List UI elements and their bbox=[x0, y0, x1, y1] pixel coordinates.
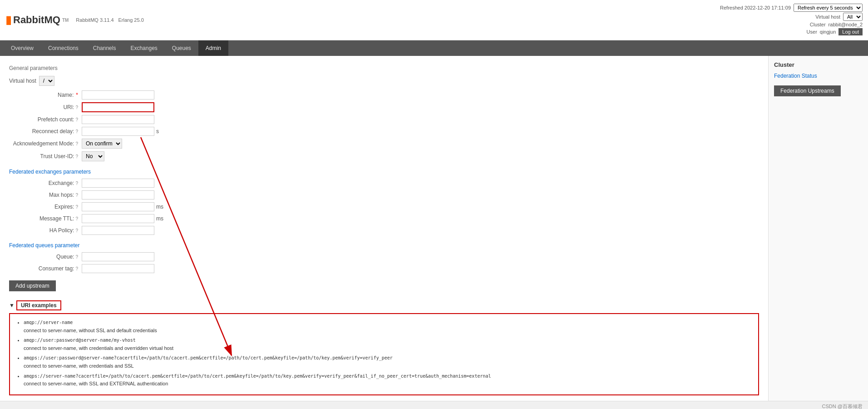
prefetch-help-icon[interactable]: ? bbox=[75, 117, 78, 122]
rabbitmq-version: RabbitMQ 3.11.4 bbox=[76, 17, 113, 23]
uri-examples-title: URI examples bbox=[16, 300, 61, 310]
expires-label: Expires: ? bbox=[9, 204, 82, 210]
consumertag-input[interactable] bbox=[82, 264, 154, 273]
vhost-row: Virtual host / bbox=[9, 76, 759, 86]
vhost-row: Virtual host All bbox=[720, 13, 863, 21]
logo-area: ▮ RabbitMQ TM RabbitMQ 3.11.4 Erlang 25.… bbox=[5, 14, 144, 26]
uri-example-2: amqp://user:password@server-name/my-vhos… bbox=[24, 336, 752, 352]
main-layout: General parameters Virtual host / Name: … bbox=[0, 56, 868, 401]
logo-icon: ▮ bbox=[5, 14, 11, 26]
consumertag-label: Consumer tag: ? bbox=[9, 265, 82, 272]
user-value: qingjun bbox=[820, 29, 836, 35]
expires-input[interactable] bbox=[82, 202, 154, 211]
uri-input[interactable] bbox=[82, 102, 154, 112]
top-right: Refreshed 2022-12-20 17:11:09 Refresh ev… bbox=[720, 4, 863, 36]
uri-example-2-code: amqp://user:password@server-name/my-vhos… bbox=[24, 338, 136, 343]
name-input[interactable] bbox=[82, 90, 154, 100]
queue-input[interactable] bbox=[82, 252, 154, 261]
ack-help-icon[interactable]: ? bbox=[75, 141, 78, 146]
uri-example-4-code: amqps://server-name?cacertfile=/path/to/… bbox=[24, 374, 491, 379]
nav-queues[interactable]: Queues bbox=[165, 40, 198, 56]
uri-help-icon[interactable]: ? bbox=[75, 105, 78, 110]
exchange-input[interactable] bbox=[82, 179, 154, 188]
cluster-row: Cluster rabbit@node_2 bbox=[720, 22, 863, 27]
refreshed-text: Refreshed 2022-12-20 17:11:09 bbox=[720, 5, 791, 10]
prefetch-label: Prefetch count: ? bbox=[9, 116, 82, 123]
version-info: RabbitMQ 3.11.4 Erlang 25.0 bbox=[76, 17, 143, 23]
vhost-select[interactable]: All bbox=[843, 13, 863, 21]
ack-select[interactable]: On confirm On publish No ack bbox=[82, 139, 122, 149]
maxhops-input[interactable] bbox=[82, 190, 154, 200]
trust-select[interactable]: No Yes bbox=[82, 151, 104, 161]
trust-help-icon[interactable]: ? bbox=[75, 154, 78, 159]
uri-example-1-code: amqp://server-name bbox=[24, 320, 73, 325]
refresh-select[interactable]: Refresh every 5 seconds bbox=[794, 4, 863, 12]
user-label: User bbox=[807, 29, 817, 35]
uri-examples-section: ▼ URI examples amqp://server-name connec… bbox=[9, 300, 759, 395]
user-row: User qingjun Log out bbox=[720, 28, 863, 35]
nav-channels[interactable]: Channels bbox=[86, 40, 123, 56]
maxhops-label: Max hops: ? bbox=[9, 192, 82, 198]
federated-exchanges-title: Federated exchanges parameters bbox=[9, 169, 759, 175]
uri-row: URI: ? bbox=[9, 102, 759, 112]
uri-label: URI: ? bbox=[9, 104, 82, 110]
refresh-row: Refreshed 2022-12-20 17:11:09 Refresh ev… bbox=[720, 4, 863, 12]
hapolicy-help-icon[interactable]: ? bbox=[75, 228, 78, 233]
content: General parameters Virtual host / Name: … bbox=[0, 56, 768, 401]
nav-exchanges[interactable]: Exchanges bbox=[123, 40, 164, 56]
reconnect-input[interactable] bbox=[82, 127, 154, 136]
queue-row: Queue: ? bbox=[9, 252, 759, 261]
cluster-label: Cluster bbox=[810, 22, 826, 27]
trust-row: Trust User-ID: ? No Yes bbox=[9, 151, 759, 161]
reconnect-unit: s bbox=[156, 128, 159, 135]
nav: Overview Connections Channels Exchanges … bbox=[0, 40, 868, 56]
hapolicy-row: HA Policy: ? bbox=[9, 226, 759, 235]
expires-unit: ms bbox=[156, 204, 163, 210]
footer-text: CSDN @百慕倾君 bbox=[822, 404, 863, 409]
consumertag-help-icon[interactable]: ? bbox=[75, 266, 78, 271]
cluster-value: rabbit@node_2 bbox=[829, 22, 863, 27]
uri-examples-header[interactable]: ▼ URI examples bbox=[9, 300, 759, 310]
sidebar-federation-status[interactable]: Federation Status bbox=[774, 73, 863, 79]
nav-connections[interactable]: Connections bbox=[41, 40, 86, 56]
hapolicy-input[interactable] bbox=[82, 226, 154, 235]
exchange-help-icon[interactable]: ? bbox=[75, 181, 78, 186]
msgttl-input[interactable] bbox=[82, 214, 154, 223]
uri-example-3: amqps://user:password@server-name?cacert… bbox=[24, 354, 752, 370]
uri-examples-toggle: ▼ bbox=[9, 302, 15, 309]
reconnect-help-icon[interactable]: ? bbox=[75, 129, 78, 134]
name-row: Name: * bbox=[9, 90, 759, 100]
maxhops-row: Max hops: ? bbox=[9, 190, 759, 200]
msgttl-label: Message TTL: ? bbox=[9, 215, 82, 222]
nav-overview[interactable]: Overview bbox=[4, 40, 41, 56]
logo-tm: TM bbox=[62, 18, 69, 23]
logo: ▮ RabbitMQ TM bbox=[5, 14, 69, 26]
sidebar: Cluster Federation Status Federation Ups… bbox=[768, 56, 868, 401]
nav-admin[interactable]: Admin bbox=[198, 40, 228, 56]
uri-example-3-desc: connect to server-name, with credentials… bbox=[24, 363, 134, 369]
logout-button[interactable]: Log out bbox=[838, 28, 863, 35]
header: ▮ RabbitMQ TM RabbitMQ 3.11.4 Erlang 25.… bbox=[0, 0, 868, 40]
uri-example-3-code: amqps://user:password@server-name?cacert… bbox=[24, 355, 393, 360]
footer: CSDN @百慕倾君 bbox=[0, 401, 868, 409]
exchange-label: Exchange: ? bbox=[9, 180, 82, 186]
msgttl-row: Message TTL: ? ms bbox=[9, 214, 759, 223]
sidebar-federation-upstreams-button[interactable]: Federation Upstreams bbox=[774, 85, 841, 96]
vhost-form-label: Virtual host bbox=[9, 78, 36, 84]
add-upstream-button[interactable]: Add upstream bbox=[9, 280, 56, 291]
expires-help-icon[interactable]: ? bbox=[75, 204, 78, 209]
msgttl-help-icon[interactable]: ? bbox=[75, 216, 78, 221]
uri-example-4-desc: connect to server-name, with SSL and EXT… bbox=[24, 381, 168, 386]
uri-example-4: amqps://server-name?cacertfile=/path/to/… bbox=[24, 372, 752, 388]
prefetch-input[interactable] bbox=[82, 115, 154, 124]
federated-queues-title: Federated queues parameter bbox=[9, 242, 759, 249]
prefetch-row: Prefetch count: ? bbox=[9, 115, 759, 124]
vhost-label: Virtual host bbox=[815, 14, 840, 20]
maxhops-help-icon[interactable]: ? bbox=[75, 193, 78, 198]
name-label: Name: * bbox=[9, 92, 82, 98]
sidebar-cluster-heading: Cluster bbox=[774, 61, 863, 68]
queue-help-icon[interactable]: ? bbox=[75, 254, 78, 259]
reconnect-row: Reconnect delay: ? s bbox=[9, 127, 759, 136]
vhost-form-select[interactable]: / bbox=[39, 76, 54, 86]
trust-label: Trust User-ID: ? bbox=[9, 153, 82, 160]
